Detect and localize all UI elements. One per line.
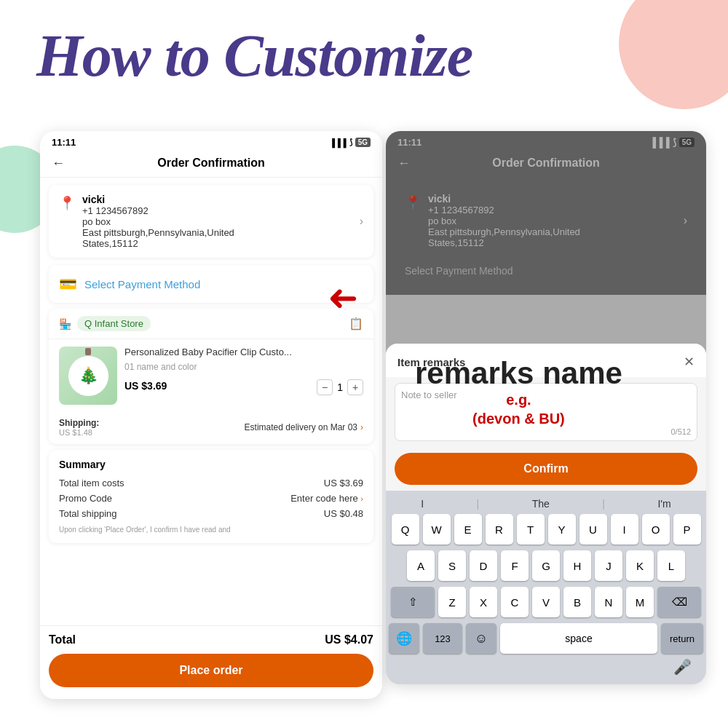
product-image: 🎄: [59, 347, 117, 405]
keyboard-row-4: 🌐 123 ☺ space return: [389, 623, 703, 654]
key-p[interactable]: P: [673, 514, 701, 545]
modal-close-button[interactable]: ✕: [684, 354, 695, 370]
store-icon: 🏪: [59, 318, 71, 330]
suggestion-im[interactable]: I'm: [657, 498, 670, 510]
product-row: 🎄 Personalized Baby Pacifier Clip Custo.…: [49, 339, 373, 412]
back-button[interactable]: ←: [52, 156, 65, 171]
shipping-cost: US $1.48: [59, 428, 99, 437]
key-x[interactable]: X: [470, 587, 497, 617]
key-k[interactable]: K: [626, 550, 654, 581]
address-city2: States,15112: [82, 238, 352, 249]
shipping-label: Shipping:: [59, 418, 99, 428]
total-row: Total US $4.07: [49, 633, 373, 646]
qty-increase-button[interactable]: +: [347, 379, 363, 395]
microphone-icon[interactable]: 🎤: [673, 658, 692, 676]
key-u[interactable]: U: [579, 514, 607, 545]
key-w[interactable]: W: [423, 514, 451, 545]
modal-confirm-button[interactable]: Confirm: [395, 453, 697, 485]
address-card[interactable]: 📍 vicki +1 1234567892 po box East pittsb…: [49, 185, 373, 258]
phone-header: ← Order Confirmation: [40, 151, 382, 178]
ornament-hang: [85, 348, 91, 355]
status-time: 11:11: [52, 137, 76, 148]
key-space[interactable]: space: [500, 623, 657, 654]
address-name: vicki: [82, 194, 352, 205]
5g-badge: 5G: [355, 138, 371, 147]
keyboard-bottom-bar: 🎤: [389, 654, 703, 677]
key-globe[interactable]: 🌐: [389, 623, 419, 654]
status-bar: 11:11 ▐▐▐ ⟆ 5G: [40, 131, 382, 151]
keyboard-row-2: A S D F G H J K L: [389, 550, 703, 581]
key-m[interactable]: M: [626, 587, 654, 617]
key-g[interactable]: G: [532, 550, 560, 581]
bg-circle-top-right: [619, 0, 728, 109]
key-o[interactable]: O: [642, 514, 670, 545]
suggestion-the[interactable]: The: [532, 498, 550, 510]
total-amount: US $4.07: [325, 633, 373, 646]
key-y[interactable]: Y: [548, 514, 576, 545]
shipping-row: Shipping: US $1.48 Estimated delivery on…: [49, 412, 373, 444]
product-title: Personalized Baby Pacifier Clip Custo...: [124, 347, 363, 359]
product-variant: 01 name and color: [124, 362, 363, 372]
key-s[interactable]: S: [438, 550, 466, 581]
payment-card[interactable]: 💳 Select Payment Method: [49, 265, 373, 303]
address-po: po box: [82, 216, 352, 227]
key-c[interactable]: C: [501, 587, 529, 617]
qty-decrease-button[interactable]: −: [317, 379, 333, 395]
qty-number: 1: [337, 381, 343, 393]
key-a[interactable]: A: [407, 550, 435, 581]
key-d[interactable]: D: [470, 550, 497, 581]
key-l[interactable]: L: [657, 550, 685, 581]
separator-1: |: [477, 498, 480, 510]
total-shipping-label: Total shipping: [59, 508, 117, 519]
status-icons: ▐▐▐ ⟆ 5G: [329, 138, 371, 147]
promo-label: Promo Code: [59, 493, 112, 504]
key-return[interactable]: return: [661, 623, 703, 654]
remarks-overlay: remarks name e.g. (devon & BU): [415, 357, 622, 428]
key-shift[interactable]: ⇧: [391, 587, 435, 617]
key-q[interactable]: Q: [392, 514, 419, 545]
key-v[interactable]: V: [532, 587, 560, 617]
total-label: Total: [49, 633, 76, 646]
promo-value: Enter code here: [290, 493, 358, 504]
modal-char-count: 0/512: [670, 427, 691, 436]
wifi-icon: ⟆: [349, 138, 352, 147]
key-emoji[interactable]: ☺: [466, 623, 496, 654]
product-price: US $3.69: [124, 380, 167, 392]
summary-item-costs: Total item costs US $3.69: [59, 478, 363, 488]
key-f[interactable]: F: [501, 550, 529, 581]
suggestion-i[interactable]: I: [421, 498, 424, 510]
summary-promo[interactable]: Promo Code Enter code here ›: [59, 493, 363, 504]
location-icon: 📍: [59, 195, 75, 211]
keyboard-row-3: ⇧ Z X C V B N M ⌫: [389, 587, 703, 617]
summary-section: Summary Total item costs US $3.69 Promo …: [49, 450, 373, 543]
remarks-name-text: remarks name: [415, 357, 622, 390]
shipping-estimate: Estimated delivery on Mar 03: [245, 422, 357, 432]
keyboard: I | The | I'm Q W E R T Y U: [386, 491, 706, 684]
key-i[interactable]: I: [611, 514, 638, 545]
key-h[interactable]: H: [563, 550, 591, 581]
eg-label: e.g.: [506, 392, 531, 408]
store-name[interactable]: Q Infant Store: [77, 316, 151, 331]
red-arrow-annotation: ➜: [328, 277, 358, 319]
key-e[interactable]: E: [454, 514, 482, 545]
key-123[interactable]: 123: [423, 623, 462, 654]
key-z[interactable]: Z: [438, 587, 466, 617]
left-phone: 11:11 ▐▐▐ ⟆ 5G ← Order Confirmation 📍 vi…: [40, 131, 382, 699]
address-city: East pittsburgh,Pennsylvania,United: [82, 227, 352, 238]
address-info: vicki +1 1234567892 po box East pittsbur…: [82, 194, 352, 249]
keyboard-row-1: Q W E R T Y U I O P: [389, 514, 703, 545]
summary-title: Summary: [59, 459, 363, 470]
keyboard-rows: Q W E R T Y U I O P A S D: [389, 514, 703, 654]
ornament-circle: 🎄: [68, 356, 108, 396]
key-b[interactable]: B: [563, 587, 591, 617]
store-section: 🏪 Q Infant Store 📋 🎄 Personalized Baby P…: [49, 309, 373, 444]
key-r[interactable]: R: [486, 514, 513, 545]
qty-control: − 1 +: [317, 379, 363, 395]
place-order-button[interactable]: Place order: [49, 654, 373, 687]
main-title: How to Customize: [36, 22, 472, 90]
key-backspace[interactable]: ⌫: [657, 587, 701, 617]
key-j[interactable]: J: [595, 550, 622, 581]
key-t[interactable]: T: [517, 514, 545, 545]
key-n[interactable]: N: [595, 587, 622, 617]
address-chevron-icon: ›: [360, 215, 363, 228]
